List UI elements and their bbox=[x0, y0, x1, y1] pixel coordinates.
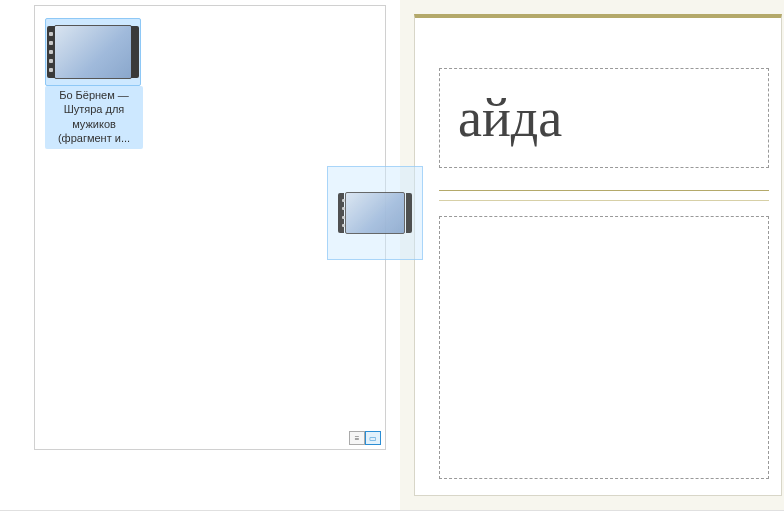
view-mode-switcher: ≡ ▭ bbox=[349, 431, 381, 445]
video-file-label: Бо Бёрнем — Шутяра для мужиков (фрагмент… bbox=[45, 86, 143, 149]
list-view-button[interactable]: ≡ bbox=[349, 431, 365, 445]
slide-editor-area: айда bbox=[400, 0, 784, 510]
slide-title-text: айда bbox=[458, 87, 562, 149]
slide-content-placeholder[interactable] bbox=[439, 216, 769, 479]
video-file-item[interactable]: Бо Бёрнем — Шутяра для мужиков (фрагмент… bbox=[45, 18, 143, 149]
thumbnail-view-button[interactable]: ▭ bbox=[365, 431, 381, 445]
slide-divider-line bbox=[439, 190, 769, 191]
slide-title-placeholder[interactable]: айда bbox=[439, 68, 769, 168]
status-bar bbox=[0, 510, 784, 526]
file-explorer-window[interactable]: Бо Бёрнем — Шутяра для мужиков (фрагмент… bbox=[34, 5, 386, 450]
slide-canvas[interactable]: айда bbox=[414, 14, 782, 496]
video-file-thumbnail bbox=[45, 18, 141, 86]
slide-divider-line-thin bbox=[439, 200, 769, 201]
video-file-icon bbox=[54, 25, 132, 79]
